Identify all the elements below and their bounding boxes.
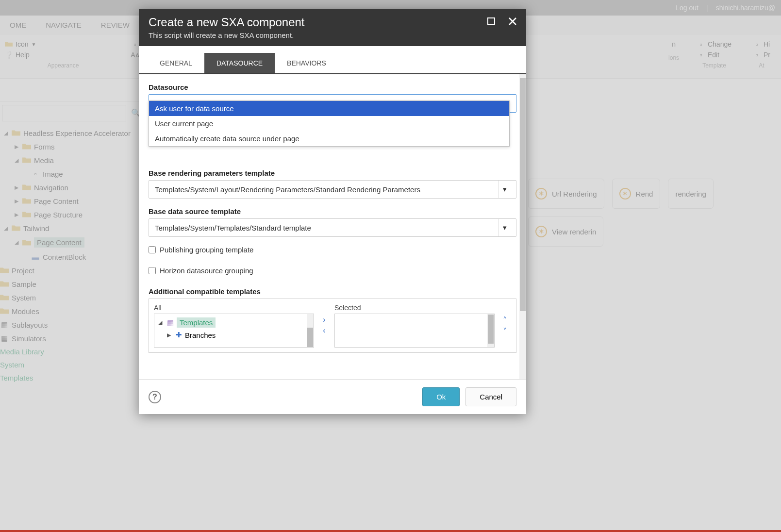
- cancel-button[interactable]: Cancel: [465, 387, 516, 406]
- datasource-option-2[interactable]: Automatically create data source under p…: [149, 131, 509, 146]
- datasource-option-0[interactable]: Ask user for data source: [149, 101, 509, 116]
- expand-icon[interactable]: ▶: [167, 332, 173, 338]
- pub-grouping-checkbox[interactable]: [149, 246, 156, 253]
- move-down-button[interactable]: ˅: [503, 327, 507, 336]
- dual-selected-label: Selected: [334, 304, 495, 312]
- dual-move-buttons: › ‹: [318, 304, 331, 348]
- modal-subtitle: This script will create a new SXA compon…: [149, 31, 516, 39]
- additional-templates-selector: All ◢ ▦ Templates ▶ ✚ Branches: [149, 299, 516, 353]
- modal-body: Datasource Ask user for data source Ask …: [139, 73, 526, 379]
- tab-behaviors[interactable]: BEHAVIORS: [275, 53, 338, 73]
- status-bar: [0, 530, 781, 532]
- puzzle-icon: ✚: [176, 331, 182, 339]
- scrollbar[interactable]: [487, 314, 494, 347]
- dual-selected-listbox[interactable]: [334, 314, 495, 348]
- dual-all-listbox[interactable]: ◢ ▦ Templates ▶ ✚ Branches: [154, 314, 314, 348]
- pub-grouping-row[interactable]: Publishing grouping template: [149, 246, 516, 254]
- datasource-option-1[interactable]: User current page: [149, 116, 509, 131]
- pub-grouping-label: Publishing grouping template: [160, 246, 253, 254]
- move-up-button[interactable]: ˄: [503, 316, 507, 325]
- dual-branches-label: Branches: [185, 331, 216, 339]
- scrollbar-thumb[interactable]: [520, 78, 526, 311]
- template-icon: ▦: [167, 318, 174, 327]
- svg-rect-0: [488, 18, 495, 25]
- modal-tabs: GENERAL DATASOURCE BEHAVIORS: [139, 46, 526, 73]
- dual-templates-label: Templates: [177, 317, 216, 328]
- help-button[interactable]: ?: [149, 391, 161, 403]
- move-left-button[interactable]: ‹: [323, 326, 325, 335]
- tab-general[interactable]: GENERAL: [148, 53, 204, 73]
- scrollbar-thumb[interactable]: [307, 328, 313, 347]
- scrollbar-thumb[interactable]: [488, 315, 494, 344]
- bds-label: Base data source template: [149, 207, 516, 216]
- dual-all-label: All: [154, 304, 314, 312]
- ok-button[interactable]: Ok: [422, 387, 460, 406]
- horizon-grouping-label: Horizon datasource grouping: [160, 266, 253, 275]
- maximize-button[interactable]: [484, 15, 498, 28]
- brp-label: Base rendering parameters template: [149, 169, 516, 177]
- horizon-grouping-row[interactable]: Horizon datasource grouping: [149, 266, 516, 275]
- create-component-modal: Create a new SXA component This script w…: [139, 9, 526, 414]
- dual-branches-node[interactable]: ▶ ✚ Branches: [157, 329, 311, 341]
- tab-datasource[interactable]: DATASOURCE: [204, 53, 275, 73]
- modal-header: Create a new SXA component This script w…: [139, 9, 526, 46]
- brp-value: Templates/System/Layout/Rendering Parame…: [155, 185, 420, 194]
- datasource-label: Datasource: [149, 83, 516, 91]
- chevron-down-icon[interactable]: ▾: [499, 219, 510, 236]
- dual-order-buttons: ˄ ˅: [499, 304, 511, 348]
- chevron-down-icon[interactable]: ▾: [499, 181, 510, 198]
- dual-templates-node[interactable]: ◢ ▦ Templates: [157, 316, 311, 329]
- horizon-grouping-checkbox[interactable]: [149, 267, 156, 274]
- modal-title: Create a new SXA component: [149, 16, 516, 29]
- scrollbar[interactable]: [307, 314, 314, 347]
- bds-value: Templates/System/Templates/Standard temp…: [155, 224, 311, 232]
- datasource-dropdown: Ask user for data source User current pa…: [149, 100, 510, 147]
- additional-templates-label: Additional compatible templates: [149, 287, 516, 296]
- collapse-icon[interactable]: ◢: [158, 319, 164, 326]
- close-button[interactable]: [506, 15, 519, 28]
- bds-select[interactable]: Templates/System/Templates/Standard temp…: [149, 218, 516, 237]
- modal-footer: ? Ok Cancel: [139, 379, 526, 414]
- move-right-button[interactable]: ›: [323, 316, 325, 324]
- scrollbar[interactable]: [519, 74, 526, 379]
- brp-select[interactable]: Templates/System/Layout/Rendering Parame…: [149, 180, 516, 199]
